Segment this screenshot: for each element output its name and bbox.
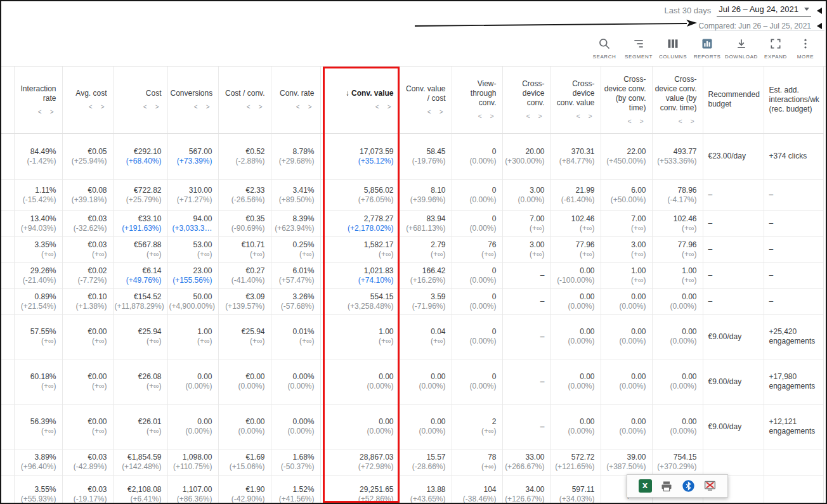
cell-change: (-28.66%) <box>401 462 446 472</box>
cell-change[interactable]: (+35.12%) <box>322 157 394 166</box>
compare-range-arrows[interactable]: <> <box>221 103 265 110</box>
table-cell: 60.18%(+∞) <box>14 359 62 404</box>
col-header-interaction-rate[interactable]: Interaction rate<> <box>14 67 62 133</box>
expand-label: EXPAND <box>764 54 787 60</box>
cell-change: (0.00%) <box>453 337 497 346</box>
excel-tray-icon[interactable]: X <box>639 479 652 493</box>
row-stub-cell <box>1 210 14 236</box>
download-icon <box>735 37 748 51</box>
col-header-cross-device-conv-value[interactable]: Cross-device conv. value<> <box>550 67 601 133</box>
cell-value: 21.99 <box>552 186 595 195</box>
col-header-cross-device-conv[interactable]: Cross-device conv.<> <box>502 67 550 133</box>
cell-value: 3.35% <box>16 240 56 250</box>
cell-value: €23.00/day <box>708 152 758 161</box>
scroll-left-icon[interactable] <box>817 8 822 14</box>
col-header-conv-rate[interactable]: Conv. rate<> <box>271 67 320 133</box>
table-cell: 493.77(+533.36%) <box>652 133 703 179</box>
columns-button[interactable]: COLUMNS <box>656 37 690 60</box>
download-button[interactable]: DOWNLOAD <box>724 37 759 60</box>
col-header-conversions[interactable]: Conversions<> <box>167 67 218 133</box>
bluetooth-tray-icon[interactable] <box>682 479 695 493</box>
compare-range-arrows[interactable]: <> <box>17 108 56 115</box>
cell-change[interactable]: (+155.56%) <box>169 276 212 285</box>
row-stub-cell <box>1 288 14 314</box>
compare-range-arrows[interactable]: <> <box>455 113 497 120</box>
col-header-cost-conv[interactable]: Cost / conv.<> <box>218 67 271 133</box>
cell-change[interactable]: (+73.39%) <box>169 157 212 166</box>
segment-button[interactable]: SEGMENT <box>622 37 656 60</box>
col-header-avg-cost[interactable]: Avg. cost<> <box>62 67 113 133</box>
col-header-conv-value[interactable]: ↓ Conv. value<> <box>320 67 400 133</box>
table-cell: 1.11%(-15.42%) <box>14 179 62 210</box>
cell-value: 3.00 <box>504 240 545 250</box>
cell-value: 58.45 <box>401 147 446 157</box>
col-header-est-add-interactions-wk-rec-budget[interactable]: Est. add. interactions/wk (rec. budget) <box>764 67 823 133</box>
cell-value: 1.68% <box>273 453 315 462</box>
table-cell: 0.00(0.00%) <box>601 404 652 449</box>
compare-range-arrows[interactable]: <> <box>65 103 107 110</box>
cell-change: (+142.48%) <box>115 462 162 472</box>
reports-button[interactable]: REPORTS <box>690 37 724 60</box>
cell-change: (+1.38%) <box>64 302 107 311</box>
display-error-tray-icon[interactable] <box>703 479 717 493</box>
compare-range-arrows[interactable]: <> <box>505 113 545 120</box>
cell-change[interactable]: (+68.40%) <box>115 157 162 166</box>
more-button[interactable]: MORE <box>793 37 818 60</box>
col-header-cross-device-conv-by-conv-time[interactable]: Cross-device conv. (by conv. time)<> <box>601 67 652 133</box>
compare-range-arrows[interactable]: <> <box>116 103 162 110</box>
cell-value: 572.72 <box>552 453 595 462</box>
table-cell <box>703 449 764 475</box>
cell-change: (+41.56%) <box>273 494 315 504</box>
cell-value: 493.77 <box>654 147 697 157</box>
table-cell: 50.00(+4,900.00%) <box>167 288 218 314</box>
row-stub-cell <box>1 359 14 404</box>
compare-range-arrows[interactable]: <> <box>554 113 595 120</box>
table-cell: 1.68%(-50.37%) <box>271 449 320 475</box>
col-header-view-through-conv[interactable]: View-through conv.<> <box>452 67 502 133</box>
table-cell: +17,980engagements <box>764 359 823 404</box>
table-cell: 53.00(+∞) <box>167 236 218 262</box>
cell-change[interactable]: (+191.63%) <box>115 224 162 233</box>
compare-range-arrows[interactable]: <> <box>604 118 646 125</box>
cell-value: 0 <box>453 327 497 337</box>
col-header-cross-device-conv-value-by-conv-time[interactable]: Cross-device conv. value (by conv. time)… <box>652 67 703 133</box>
date-range-selector[interactable]: Jul 26 – Aug 24, 2021 <box>717 4 811 17</box>
row-stub-cell <box>1 133 14 179</box>
cell-change[interactable]: (+2,178.02%) <box>322 224 394 233</box>
cell-value: 1.11% <box>16 186 56 195</box>
cell-value: 0.89% <box>16 292 56 302</box>
col-header-cost[interactable]: Cost<> <box>113 67 167 133</box>
compare-range-arrows[interactable]: <> <box>655 118 697 125</box>
cell-value: 2 <box>453 417 497 427</box>
compare-range-arrows[interactable]: <> <box>323 103 394 110</box>
cell-change[interactable]: (+3,033.3… <box>169 224 212 233</box>
cell-value: 102.46 <box>552 214 595 224</box>
cell-change: (+∞) <box>273 250 315 259</box>
search-button[interactable]: SEARCH <box>587 37 622 60</box>
table-cell: €0.35(-90.69%) <box>218 210 271 236</box>
cell-value: 0.00 <box>169 417 212 427</box>
chevron-down-icon <box>804 8 809 11</box>
cell-value: – <box>504 422 545 432</box>
cell-change[interactable]: (+74.10%) <box>322 276 394 285</box>
table-cell: €0.05(+25.94%) <box>62 133 113 179</box>
cell-change: (+16.26%) <box>401 276 446 285</box>
cell-value: €1.90 <box>220 485 265 494</box>
compare-range-arrows[interactable]: <> <box>403 108 446 115</box>
expand-button[interactable]: EXPAND <box>759 37 793 60</box>
printer-tray-icon[interactable] <box>660 479 674 493</box>
compare-range-arrows[interactable]: <> <box>171 103 212 110</box>
table-cell: 1.00(+∞) <box>652 262 703 288</box>
compare-range-arrows[interactable]: <> <box>274 103 315 110</box>
col-header-recommended-budget[interactable]: Recommended budget <box>703 67 764 133</box>
cell-value: 104 <box>453 485 497 494</box>
table-cell: €0.02(-7.72%) <box>62 262 113 288</box>
cell-change: (+∞) <box>401 337 446 346</box>
cell-change[interactable]: (+49.76%) <box>115 276 162 285</box>
cell-value: 33.00 <box>504 453 545 462</box>
table-cell: 1,098.00(+110.75%) <box>167 449 218 475</box>
scroll-left-icon[interactable] <box>817 23 822 29</box>
cell-change: (+139.57%) <box>220 302 265 311</box>
col-header-conv-value-cost[interactable]: Conv. value / cost<> <box>400 67 452 133</box>
table-cell: €0.27(-41.40%) <box>218 262 271 288</box>
